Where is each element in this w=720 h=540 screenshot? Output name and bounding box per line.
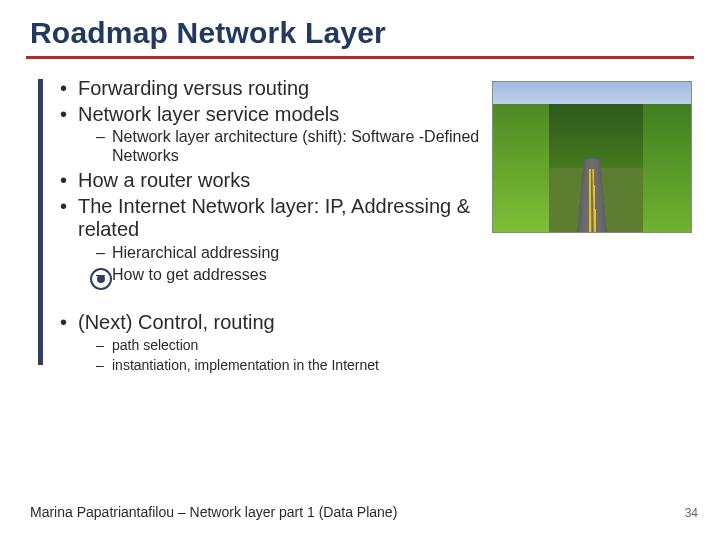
bullet-text: Network layer service models [78, 103, 339, 125]
footer-text: Marina Papatriantafilou – Network layer … [30, 504, 397, 520]
subbullet-path-selection: path selection [96, 337, 500, 354]
content-area: Forwarding versus routing Network layer … [30, 77, 690, 373]
subbullet-sdn: Network layer architecture (shift): Soft… [96, 128, 500, 166]
bullet-list: Forwarding versus routing Network layer … [60, 77, 500, 373]
slide: Roadmap Network Layer Forwarding versus … [0, 0, 720, 540]
page-title: Roadmap Network Layer [30, 16, 690, 50]
spacer [60, 287, 500, 309]
bullet-text: Forwarding versus routing [78, 77, 309, 99]
bullet-text: path selection [112, 337, 198, 353]
bullet-text: instantiation, implementation in the Int… [112, 357, 379, 373]
subbullet-hierarchical: Hierarchical addressing [96, 244, 500, 263]
bullet-ip-addressing: The Internet Network layer: IP, Addressi… [60, 195, 500, 242]
bullet-text: (Next) Control, routing [78, 311, 275, 333]
bullet-next-control-routing: (Next) Control, routing [60, 311, 500, 335]
bullet-text: How to get addresses [112, 266, 267, 283]
bullet-text: How a router works [78, 169, 250, 191]
title-rule [26, 56, 694, 59]
page-number: 34 [685, 506, 698, 520]
bullet-service-models: Network layer service models [60, 103, 500, 127]
bullet-router-works: How a router works [60, 169, 500, 193]
bullet-text: The Internet Network layer: IP, Addressi… [78, 195, 470, 241]
current-topic-marker-icon [90, 268, 112, 290]
outline-block: Forwarding versus routing Network layer … [30, 77, 690, 373]
bullet-text: Hierarchical addressing [112, 244, 279, 261]
bullet-text: Network layer architecture (shift): Soft… [112, 128, 479, 164]
subbullet-instantiation: instantiation, implementation in the Int… [96, 357, 500, 374]
vertical-accent-bar [38, 79, 43, 365]
subbullet-get-addresses: How to get addresses [96, 266, 500, 285]
bullet-forwarding-vs-routing: Forwarding versus routing [60, 77, 500, 101]
